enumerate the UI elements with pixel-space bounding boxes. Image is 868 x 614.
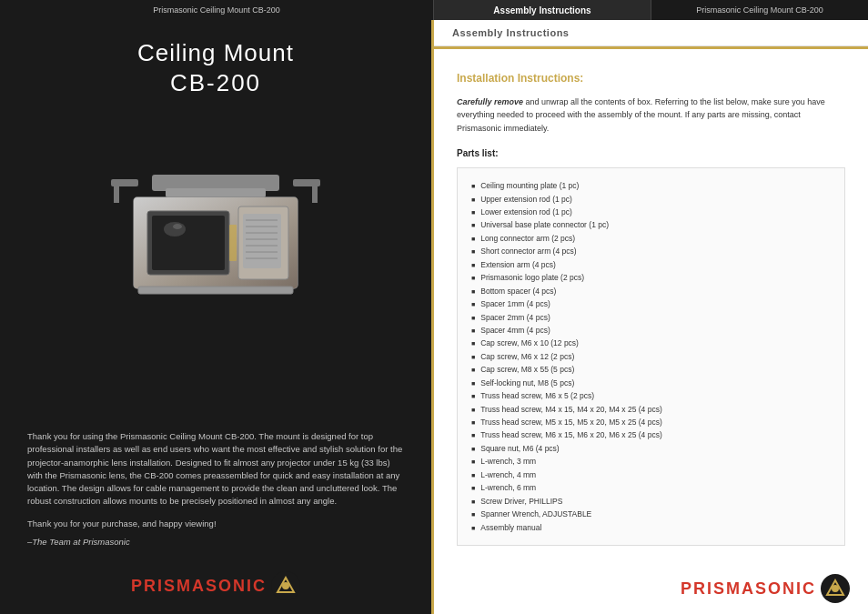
team-text: –The Team at Prismasonic xyxy=(27,536,404,549)
list-item: Universal base plate connector (1 pc) xyxy=(471,218,831,231)
prismasonic-icon xyxy=(276,576,296,596)
right-logo: PRISMASONIC xyxy=(681,574,850,603)
svg-rect-22 xyxy=(229,225,237,261)
svg-rect-9 xyxy=(243,214,281,268)
left-logo-area: PRISMASONIC xyxy=(131,558,300,614)
list-item: Spacer 2mm (4 pcs) xyxy=(471,311,831,324)
list-item: L-wrench, 4 mm xyxy=(471,468,831,481)
list-item: Truss head screw, M6 x 15, M6 x 20, M6 x… xyxy=(471,428,831,441)
svg-point-24 xyxy=(282,582,289,589)
list-item: Lower extension rod (1 pc) xyxy=(471,206,831,218)
product-subtitle: CB-200 xyxy=(0,69,431,97)
left-logo: PRISMASONIC xyxy=(131,571,300,600)
top-bar-right-label: Prismasonic Ceiling Mount CB-200 xyxy=(651,0,868,20)
svg-rect-19 xyxy=(114,185,119,203)
list-item: Cap screw, M6 x 12 (2 pcs) xyxy=(471,350,831,363)
assembly-instructions-label: Assembly Instructions xyxy=(452,27,569,38)
list-item: Screw Driver, PHILLIPS xyxy=(471,495,831,508)
list-item: Prismasonic logo plate (2 pcs) xyxy=(471,271,831,284)
list-item: Long connector arm (2 pcs) xyxy=(471,232,831,245)
list-item: Square nut, M6 (4 pcs) xyxy=(471,442,831,455)
list-item: Spacer 1mm (4 pcs) xyxy=(471,297,831,310)
list-item: Cap screw, M8 x 55 (5 pcs) xyxy=(471,363,831,376)
right-logo-text: PRISMASONIC xyxy=(681,579,816,599)
left-panel-header: Ceiling Mount CB-200 xyxy=(0,20,431,106)
right-logo-icon xyxy=(821,574,850,603)
left-panel: Ceiling Mount CB-200 xyxy=(0,20,434,614)
list-item: Truss head screw, M5 x 15, M5 x 20, M5 x… xyxy=(471,416,831,428)
thank-you-text: Thank you for your purchase, and happy v… xyxy=(27,518,404,530)
svg-point-7 xyxy=(173,224,182,229)
list-item: Cap screw, M6 x 10 (12 pcs) xyxy=(471,337,831,349)
product-title: Ceiling Mount xyxy=(0,38,431,69)
top-bar-middle-label: Assembly Instructions xyxy=(434,0,651,20)
list-item: Ceiling mounting plate (1 pc) xyxy=(471,179,831,192)
list-item: Spacer 4mm (4 pcs) xyxy=(471,324,831,337)
list-item: Truss head screw, M4 x 15, M4 x 20, M4 x… xyxy=(471,403,831,416)
main-content: Ceiling Mount CB-200 xyxy=(0,20,868,614)
list-item: Truss head screw, M6 x 5 (2 pcs) xyxy=(471,389,831,402)
right-content: Installation Instructions: Carefully rem… xyxy=(434,49,868,563)
parts-box: Ceiling mounting plate (1 pc)Upper exten… xyxy=(457,167,845,546)
svg-rect-1 xyxy=(166,188,266,197)
right-panel: Assembly Instructions Installation Instr… xyxy=(434,20,868,614)
prismasonic-icon-right xyxy=(825,579,845,599)
list-item: L-wrench, 3 mm xyxy=(471,455,831,468)
intro-bold: Carefully remove xyxy=(457,97,523,106)
description-text: Thank you for using the Prismasonic Ceil… xyxy=(27,430,404,508)
svg-rect-5 xyxy=(152,216,225,270)
top-bar: Prismasonic Ceiling Mount CB-200 Assembl… xyxy=(0,0,868,20)
product-image-area xyxy=(0,106,431,417)
svg-rect-21 xyxy=(312,185,318,203)
left-logo-text: PRISMASONIC xyxy=(131,577,267,596)
top-bar-left-label: Prismasonic Ceiling Mount CB-200 xyxy=(0,0,434,20)
svg-point-6 xyxy=(164,222,186,237)
list-item: Extension arm (4 pcs) xyxy=(471,258,831,271)
list-item: Spanner Wrench, ADJUSTABLE xyxy=(471,508,831,520)
product-image xyxy=(70,170,361,352)
svg-point-26 xyxy=(832,585,839,592)
installation-title: Installation Instructions: xyxy=(457,72,845,85)
list-item: Self-locking nut, M8 (5 pcs) xyxy=(471,377,831,389)
left-logo-icon xyxy=(271,571,300,600)
list-item: Bottom spacer (4 pcs) xyxy=(471,285,831,297)
right-panel-header: Assembly Instructions xyxy=(434,20,868,46)
list-item: Short connector arm (4 pcs) xyxy=(471,245,831,257)
svg-rect-17 xyxy=(138,287,293,294)
list-item: L-wrench, 6 mm xyxy=(471,481,831,494)
right-logo-area: PRISMASONIC xyxy=(434,563,868,614)
description-area: Thank you for using the Prismasonic Ceil… xyxy=(0,417,431,558)
list-item: Upper extension rod (1 pc) xyxy=(471,193,831,206)
list-item: Assembly manual xyxy=(471,521,831,534)
parts-list: Ceiling mounting plate (1 pc)Upper exten… xyxy=(471,179,831,534)
parts-title: Parts list: xyxy=(457,148,845,158)
intro-text: Carefully remove and unwrap all the cont… xyxy=(457,96,845,135)
